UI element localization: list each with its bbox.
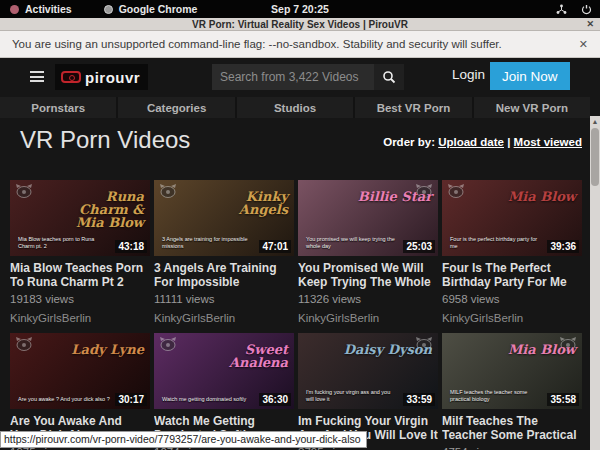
login-link[interactable]: Login [452, 67, 485, 82]
thumbnail-overlay-name: Mia Blow [486, 343, 576, 356]
duration-badge: 30:17 [115, 393, 147, 406]
studio-link[interactable]: KinkyGirlsBerlin [154, 312, 294, 324]
search-bar [212, 64, 404, 90]
view-count: 11111 views [154, 293, 294, 305]
nav-item-categories[interactable]: Categories [118, 97, 234, 118]
video-thumbnail[interactable]: Kinky Angels3 Angels are training for im… [154, 180, 294, 256]
video-card[interactable]: Mia BlowFour is the perfect birthday par… [442, 180, 582, 324]
video-thumbnail[interactable]: Runa Charm & Mia BlowMia Blow teaches po… [10, 180, 150, 256]
chrome-warning-bar: You are using an unsupported command-lin… [0, 31, 600, 58]
window-title: VR Porn: Virtual Reality Sex Videos | Pi… [192, 19, 408, 30]
video-title[interactable]: You Promised We Will Keep Trying The Who… [298, 261, 438, 289]
video-card[interactable]: Runa Charm & Mia BlowMia Blow teaches po… [10, 180, 150, 324]
join-now-button[interactable]: Join Now [490, 62, 570, 90]
thumbnail-caption: 3 Angels are training for impossible mis… [162, 236, 254, 250]
duration-badge: 39:36 [547, 240, 579, 253]
studio-link[interactable]: KinkyGirlsBerlin [298, 312, 438, 324]
studio-link[interactable]: KinkyGirlsBerlin [442, 312, 582, 324]
nav-item-studios[interactable]: Studios [237, 97, 353, 118]
thumbnail-caption: You promised we will keep trying the who… [306, 236, 398, 250]
thumbnail-caption: Mia Blow teaches porn to Runa Charm pt. … [18, 236, 110, 250]
studio-cat-mask-icon [15, 337, 33, 355]
thumbnail-caption: Four is the perfect birthday party for m… [450, 236, 542, 250]
studio-link[interactable]: KinkyGirlsBerlin [10, 312, 150, 324]
thumbnail-caption: Watch me getting dominated softly [162, 396, 254, 403]
thumbnail-overlay-name: Sweet Analena [198, 343, 288, 369]
order-most-viewed-link[interactable]: Most viewed [514, 136, 582, 148]
video-thumbnail[interactable]: Sweet AnalenaWatch me getting dominated … [154, 333, 294, 409]
nav-item-new-vr-porn[interactable]: New VR Porn [474, 97, 590, 118]
view-count: 6958 views [442, 293, 582, 305]
video-title[interactable]: 3 Angels Are Training For Impossible Mis… [154, 261, 294, 289]
duration-badge: 33:59 [403, 393, 435, 406]
status-bar-url: https://pirouvr.com/vr-porn-video/779325… [0, 431, 367, 448]
duration-badge: 25:03 [403, 240, 435, 253]
video-thumbnail[interactable]: Mia BlowFour is the perfect birthday par… [442, 180, 582, 256]
video-card[interactable]: Billie StarYou promised we will keep try… [298, 180, 438, 324]
page-title: VR Porn Videos [20, 126, 190, 154]
network-icon[interactable] [556, 4, 567, 15]
video-title[interactable]: Milf Teaches The Teacher Some Practical … [442, 414, 582, 442]
power-icon[interactable] [581, 4, 592, 15]
thumbnail-overlay-name: Billie Star [342, 190, 432, 203]
video-thumbnail[interactable]: Billie StarYou promised we will keep try… [298, 180, 438, 256]
video-title[interactable]: Mia Blow Teaches Porn To Runa Charm Pt 2 [10, 261, 150, 289]
warning-text: You are using an unsupported command-lin… [12, 38, 502, 50]
duration-badge: 43:18 [115, 240, 147, 253]
screen: Activities Google Chrome Sep 7 20:25 VR … [0, 0, 600, 450]
view-count: 4754 views [442, 446, 582, 450]
thumbnail-overlay-name: Runa Charm & Mia Blow [54, 190, 144, 229]
thumbnail-caption: MILF teaches the teacher some practical … [450, 389, 542, 403]
thumbnail-caption: I'm fucking your virgin ass and you will… [306, 389, 398, 403]
page-content: pirouvr Login Join Now PornstarsCategori… [0, 58, 600, 450]
warning-close-icon[interactable]: ✕ [579, 38, 588, 51]
duration-badge: 47:01 [259, 240, 291, 253]
video-thumbnail[interactable]: Daisy DysonI'm fucking your virgin ass a… [298, 333, 438, 409]
video-title[interactable]: Four Is The Perfect Birthday Party For M… [442, 261, 582, 289]
scroll-up-icon[interactable]: ▲ [590, 116, 600, 127]
studio-cat-mask-icon [15, 184, 33, 202]
view-count: 11326 views [298, 293, 438, 305]
vr-goggles-icon [61, 71, 81, 83]
studio-cat-mask-icon [159, 184, 177, 202]
thumbnail-overlay-name: Mia Blow [486, 190, 576, 203]
view-count: 19183 views [10, 293, 150, 305]
site-logo[interactable]: pirouvr [55, 64, 148, 90]
studio-cat-mask-icon [159, 337, 177, 355]
video-thumbnail[interactable]: Lady LyneAre you awake ? And your dick a… [10, 333, 150, 409]
duration-badge: 35:58 [547, 393, 579, 406]
order-upload-date-link[interactable]: Upload date [438, 136, 504, 148]
nav-item-best-vr-porn[interactable]: Best VR Porn [355, 97, 471, 118]
tab-close-icon[interactable]: ✕ [586, 19, 594, 29]
search-icon [382, 70, 396, 84]
system-top-bar: Activities Google Chrome Sep 7 20:25 [0, 0, 600, 18]
duration-badge: 36:30 [259, 393, 291, 406]
studio-cat-mask-icon [447, 184, 465, 202]
video-card[interactable]: Mia BlowMILF teaches the teacher some pr… [442, 333, 582, 450]
thumbnail-caption: Are you awake ? And your dick also ? [18, 396, 110, 403]
logo-text: pirouvr [85, 69, 140, 86]
window-title-bar: VR Porn: Virtual Reality Sex Videos | Pi… [0, 18, 600, 31]
nav-item-pornstars[interactable]: Pornstars [0, 97, 116, 118]
video-thumbnail[interactable]: Mia BlowMILF teaches the teacher some pr… [442, 333, 582, 409]
thumbnail-overlay-name: Daisy Dyson [342, 343, 432, 356]
thumbnail-overlay-name: Kinky Angels [198, 190, 288, 216]
search-input[interactable] [212, 64, 374, 90]
search-button[interactable] [374, 64, 404, 90]
thumbnail-overlay-name: Lady Lyne [54, 343, 144, 356]
clock[interactable]: Sep 7 20:25 [0, 3, 600, 15]
video-card[interactable]: Kinky Angels3 Angels are training for im… [154, 180, 294, 324]
order-by-label: Order by: [383, 136, 435, 148]
page-scrollbar[interactable]: ▲ ▼ [590, 116, 600, 450]
order-by-controls: Order by: Upload date | Most viewed [383, 136, 582, 148]
menu-icon[interactable] [30, 71, 44, 82]
main-nav: PornstarsCategoriesStudiosBest VR PornNe… [0, 97, 590, 118]
scrollbar-thumb[interactable] [591, 128, 599, 186]
